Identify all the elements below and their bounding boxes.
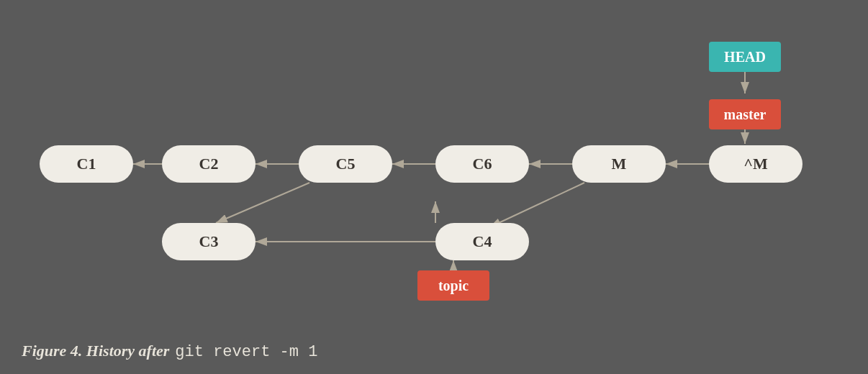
caption-code: git revert -m 1 xyxy=(175,343,317,361)
node-c1: C1 xyxy=(40,145,133,183)
label-master-text: master xyxy=(724,106,767,123)
node-xm-label: ^M xyxy=(743,155,768,173)
node-c2: C2 xyxy=(162,145,256,183)
node-c2-label: C2 xyxy=(199,155,219,173)
node-c1-label: C1 xyxy=(77,155,96,173)
label-master: master xyxy=(709,99,781,129)
node-c5-label: C5 xyxy=(336,155,356,173)
caption-italic: Figure 4. History after xyxy=(22,342,169,360)
node-m-label: M xyxy=(612,155,627,173)
svg-line-7 xyxy=(489,183,584,227)
node-c5: C5 xyxy=(299,145,392,183)
node-c3-label: C3 xyxy=(199,232,219,251)
node-c6: C6 xyxy=(435,145,529,183)
diagram-area: C1 C2 C5 C6 M ^M C3 C4 HEAD master topic xyxy=(0,0,868,316)
node-c4: C4 xyxy=(435,223,529,260)
node-c6-label: C6 xyxy=(473,155,492,173)
label-topic: topic xyxy=(417,270,489,301)
label-head: HEAD xyxy=(709,42,781,72)
label-topic-text: topic xyxy=(438,278,469,294)
node-m: M xyxy=(572,145,666,183)
node-xm: ^M xyxy=(709,145,803,183)
node-c3: C3 xyxy=(162,223,256,260)
caption-area: Figure 4. History after git revert -m 1 xyxy=(22,342,317,361)
label-head-text: HEAD xyxy=(724,49,766,65)
svg-line-6 xyxy=(216,183,309,223)
node-c4-label: C4 xyxy=(473,232,492,251)
